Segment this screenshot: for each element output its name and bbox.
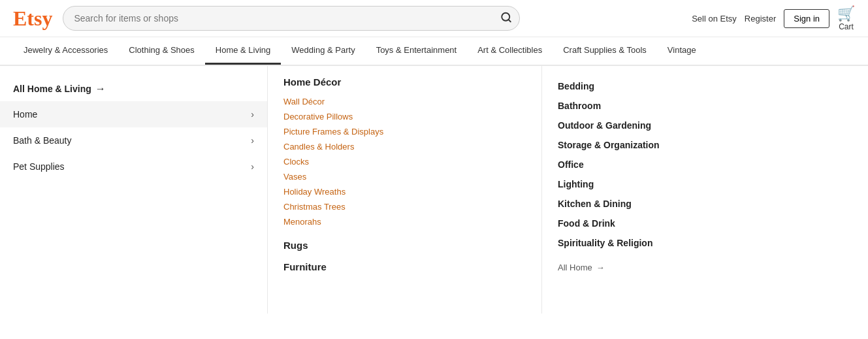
header-actions: Sell on Etsy Register Sign in 🛒 Cart: [692, 5, 855, 31]
search-button[interactable]: [500, 12, 512, 25]
register-link[interactable]: Register: [745, 14, 776, 24]
kitchen-dining-link[interactable]: Kitchen & Dining: [558, 194, 852, 214]
nav-item-home-living[interactable]: Home & Living: [205, 37, 281, 65]
nav-item-jewelry[interactable]: Jewelry & Accessories: [13, 37, 118, 65]
clocks-link[interactable]: Clocks: [283, 154, 526, 169]
dropdown-sidebar: All Home & Living → Home › Bath & Beauty…: [0, 66, 268, 314]
spirituality-religion-link[interactable]: Spirituality & Religion: [558, 233, 852, 253]
christmas-trees-link[interactable]: Christmas Trees: [283, 199, 526, 214]
wall-decor-link[interactable]: Wall Décor: [283, 94, 526, 109]
cart-label: Cart: [839, 22, 854, 31]
bedding-link[interactable]: Bedding: [558, 76, 852, 96]
food-drink-link[interactable]: Food & Drink: [558, 214, 852, 233]
furniture-title: Furniture: [283, 261, 526, 272]
search-bar: [63, 6, 520, 31]
nav-item-clothing[interactable]: Clothing & Shoes: [118, 37, 204, 65]
chevron-right-icon-3: ›: [251, 161, 254, 172]
sidebar-item-home-label: Home: [13, 109, 37, 120]
all-home-living-link[interactable]: All Home & Living →: [0, 76, 267, 101]
sign-in-button[interactable]: Sign in: [784, 9, 829, 28]
nav-bar: Jewelry & Accessories Clothing & Shoes H…: [0, 37, 868, 65]
svg-line-1: [509, 20, 511, 22]
office-link[interactable]: Office: [558, 155, 852, 174]
all-home-link[interactable]: All Home →: [558, 258, 852, 277]
cart-button[interactable]: 🛒 Cart: [837, 5, 855, 31]
outdoor-gardening-link[interactable]: Outdoor & Gardening: [558, 116, 852, 135]
chevron-right-icon-2: ›: [251, 135, 254, 146]
all-home-label: All Home: [558, 263, 592, 272]
sidebar-item-pet[interactable]: Pet Supplies ›: [0, 153, 267, 180]
nav-item-toys[interactable]: Toys & Entertainment: [366, 37, 468, 65]
search-icon: [500, 12, 512, 24]
candles-holders-link[interactable]: Candles & Holders: [283, 139, 526, 154]
header: Etsy Sell on Etsy Register Sign in 🛒 Car…: [0, 0, 868, 37]
nav-item-art[interactable]: Art & Collectibles: [467, 37, 553, 65]
all-home-arrow-icon: →: [596, 263, 605, 272]
storage-organization-link[interactable]: Storage & Organization: [558, 135, 852, 155]
arrow-icon: →: [95, 83, 106, 95]
chevron-right-icon: ›: [251, 109, 254, 120]
sidebar-item-home[interactable]: Home ›: [0, 101, 267, 127]
bathroom-link[interactable]: Bathroom: [558, 96, 852, 116]
nav-item-craft[interactable]: Craft Supplies & Tools: [553, 37, 657, 65]
sidebar-item-pet-label: Pet Supplies: [13, 161, 65, 172]
sell-on-etsy-link[interactable]: Sell on Etsy: [692, 14, 737, 24]
dropdown-menu: All Home & Living → Home › Bath & Beauty…: [0, 65, 868, 314]
search-input[interactable]: [63, 6, 520, 31]
cart-icon: 🛒: [837, 5, 855, 22]
dropdown-right: Bedding Bathroom Outdoor & Gardening Sto…: [542, 66, 868, 314]
vases-link[interactable]: Vases: [283, 169, 526, 184]
decorative-pillows-link[interactable]: Decorative Pillows: [283, 109, 526, 124]
dropdown-middle: Home Décor Wall Décor Decorative Pillows…: [268, 66, 542, 314]
home-decor-title: Home Décor: [283, 76, 526, 88]
picture-frames-link[interactable]: Picture Frames & Displays: [283, 124, 526, 139]
nav-item-wedding[interactable]: Wedding & Party: [281, 37, 365, 65]
nav-item-vintage[interactable]: Vintage: [657, 37, 707, 65]
etsy-logo[interactable]: Etsy: [13, 7, 52, 31]
holiday-wreaths-link[interactable]: Holiday Wreaths: [283, 184, 526, 199]
menorahs-link[interactable]: Menorahs: [283, 214, 526, 229]
lighting-link[interactable]: Lighting: [558, 174, 852, 194]
sidebar-item-bath[interactable]: Bath & Beauty ›: [0, 127, 267, 153]
sidebar-item-bath-label: Bath & Beauty: [13, 135, 72, 146]
all-home-living-label: All Home & Living: [13, 84, 91, 94]
rugs-title: Rugs: [283, 240, 526, 251]
